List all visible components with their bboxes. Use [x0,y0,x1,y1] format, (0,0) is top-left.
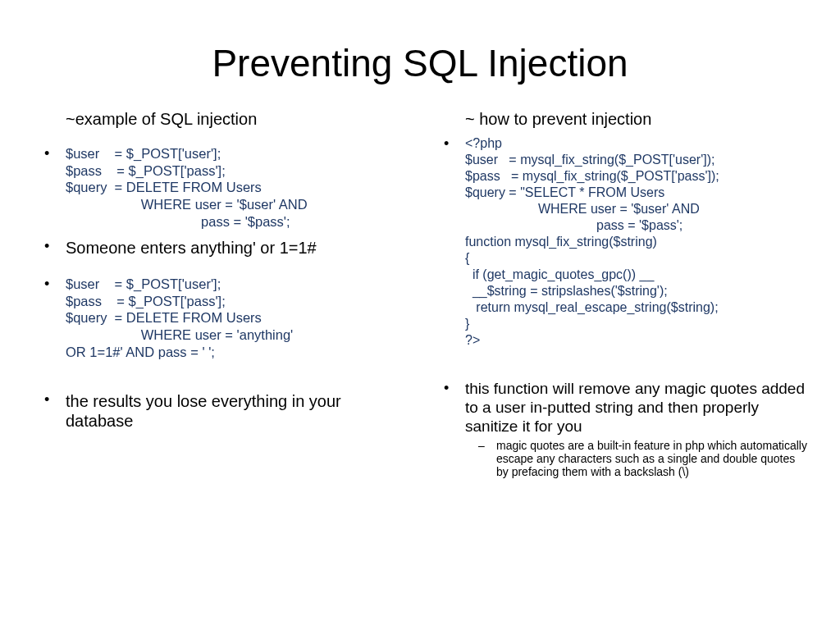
slide: Preventing SQL Injection ~example of SQL… [0,0,840,630]
left-column: ~example of SQL injection $user = $_POST… [33,110,408,486]
right-code-block-1: <?php $user = mysql_fix_string($_POST['u… [432,135,807,349]
left-code-block-2: $user = $_POST['user']; $pass = $_POST['… [33,276,408,360]
left-list-3: the results you lose everything in your … [33,391,408,431]
left-list-2: $user = $_POST['user']; $pass = $_POST['… [33,276,408,360]
left-bullet-2: the results you lose everything in your … [33,391,408,431]
left-heading: ~example of SQL injection [66,110,408,129]
code-text: $user = $_POST['user']; $pass = $_POST['… [66,276,408,360]
left-list: $user = $_POST['user']; $pass = $_POST['… [33,145,408,258]
right-list-2: this function will remove any magic quot… [432,380,807,478]
left-code-block-1: $user = $_POST['user']; $pass = $_POST['… [33,145,408,230]
right-sub-bullet-1: magic quotes are a built-in feature in p… [465,439,807,478]
right-heading: ~ how to prevent injection [465,110,807,129]
left-bullet-1: Someone enters anything' or 1=1# [33,238,408,258]
right-column: ~ how to prevent injection <?php $user =… [432,110,807,486]
code-text: $user = $_POST['user']; $pass = $_POST['… [66,145,408,230]
right-sub-list: magic quotes are a built-in feature in p… [465,439,807,478]
slide-title: Preventing SQL Injection [33,41,807,85]
right-bullet-1: this function will remove any magic quot… [432,380,807,478]
right-list: <?php $user = mysql_fix_string($_POST['u… [432,135,807,349]
columns: ~example of SQL injection $user = $_POST… [33,110,807,486]
code-text: <?php $user = mysql_fix_string($_POST['u… [465,135,807,349]
sub-bullet-text: magic quotes are a built-in feature in p… [496,439,807,478]
bullet-text: this function will remove any magic quot… [465,380,807,436]
bullet-text: Someone enters anything' or 1=1# [66,238,408,258]
bullet-text: the results you lose everything in your … [66,391,408,431]
